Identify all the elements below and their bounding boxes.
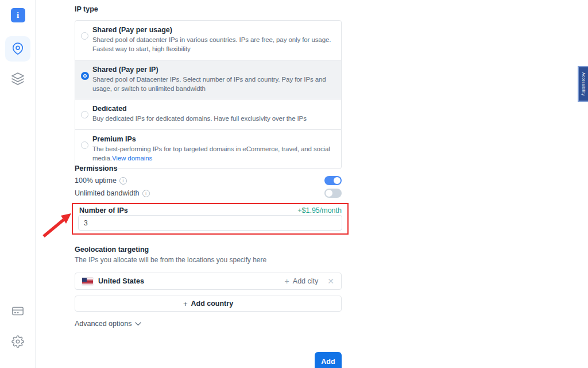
- accessibility-tab[interactable]: Accessibility: [578, 66, 588, 102]
- ip-type-option-shared-pay-per-ip[interactable]: Shared (Pay per IP) Shared pool of Datac…: [75, 60, 342, 100]
- add-city-label: Add city: [293, 277, 318, 285]
- advanced-options-toggle[interactable]: Advanced options: [75, 320, 141, 328]
- add-country-label: Add country: [191, 300, 233, 308]
- number-of-ips-label: Number of IPs: [79, 206, 128, 214]
- number-of-ips-header: Number of IPs +$1.95/month: [73, 204, 347, 214]
- geolocation-description: The IPs you allocate will be from the lo…: [75, 256, 342, 264]
- toggle-knob: [334, 177, 341, 184]
- radio-button[interactable]: [81, 32, 88, 40]
- accessibility-tab-label: Accessibility: [582, 72, 586, 96]
- credit-card-icon: [11, 305, 24, 317]
- option-description: Shared pool of Datacenter IPs. Select nu…: [92, 75, 333, 94]
- plus-icon: +: [285, 277, 289, 286]
- option-description: The best-performing IPs for top targeted…: [92, 144, 333, 163]
- geolocation-section: Geolocation targeting The IPs you alloca…: [75, 246, 342, 312]
- view-domains-link[interactable]: View domains: [112, 155, 152, 162]
- ip-type-option-premium-ips[interactable]: Premium IPs The best-performing IPs for …: [75, 129, 342, 170]
- option-title: Dedicated: [92, 105, 333, 113]
- sidebar-item-billing[interactable]: [0, 305, 36, 317]
- location-pin-icon: [11, 43, 24, 55]
- active-item-background: [5, 36, 30, 62]
- bandwidth-label: Unlimited bandwidth: [75, 189, 140, 197]
- radio-button[interactable]: [81, 111, 88, 118]
- advanced-options-label: Advanced options: [75, 320, 131, 328]
- info-icon: [11, 8, 25, 22]
- country-name: United States: [98, 277, 144, 285]
- info-tooltip-icon[interactable]: [119, 177, 127, 185]
- sidebar: [0, 0, 36, 368]
- layers-icon: [11, 72, 25, 86]
- ip-type-option-dedicated[interactable]: Dedicated Buy dedicated IPs for dedicate…: [75, 99, 342, 129]
- uptime-toggle[interactable]: [324, 176, 342, 185]
- page: IP type Shared (Pay per usage) Shared po…: [0, 0, 588, 368]
- option-title: Shared (Pay per usage): [92, 26, 333, 34]
- bandwidth-row: Unlimited bandwidth: [75, 189, 342, 198]
- radio-button-selected[interactable]: [81, 72, 89, 80]
- sidebar-item-settings[interactable]: [0, 335, 36, 348]
- option-title: Shared (Pay per IP): [92, 66, 333, 74]
- geolocation-label: Geolocation targeting: [75, 246, 342, 254]
- us-flag-icon: [82, 278, 93, 285]
- ip-type-label: IP type: [75, 5, 98, 13]
- add-country-button[interactable]: + Add country: [75, 296, 342, 312]
- sidebar-item-zones[interactable]: [0, 72, 36, 86]
- permissions-label: Permissions: [75, 164, 342, 172]
- option-title: Premium IPs: [92, 135, 333, 143]
- ip-type-options: Shared (Pay per usage) Shared pool of da…: [75, 20, 342, 169]
- info-tooltip-icon[interactable]: [142, 190, 150, 197]
- remove-country-icon[interactable]: ✕: [327, 277, 334, 286]
- option-description: Shared pool of datacenter IPs in various…: [92, 35, 333, 54]
- add-button[interactable]: Add: [315, 352, 342, 368]
- add-city-button[interactable]: + Add city: [285, 277, 319, 286]
- number-of-ips-input[interactable]: [78, 215, 342, 231]
- gear-icon: [11, 335, 24, 348]
- radio-button[interactable]: [81, 141, 88, 149]
- red-annotation-arrow: [38, 209, 76, 240]
- bandwidth-toggle[interactable]: [324, 189, 342, 198]
- toggle-knob: [326, 190, 332, 197]
- country-row: United States + Add city ✕: [75, 273, 342, 290]
- sidebar-item-locations[interactable]: [0, 36, 36, 62]
- uptime-row: 100% uptime: [75, 176, 342, 185]
- ip-type-option-shared-pay-per-usage[interactable]: Shared (Pay per usage) Shared pool of da…: [75, 20, 342, 60]
- permissions-section: Permissions 100% uptime Unlimited bandwi…: [75, 164, 342, 198]
- uptime-label: 100% uptime: [75, 177, 117, 185]
- plus-icon: +: [183, 300, 188, 308]
- chevron-down-icon: [135, 322, 141, 326]
- option-description: Buy dedicated IPs for dedicated domains.…: [92, 114, 333, 123]
- price-per-month: +$1.95/month: [297, 206, 342, 214]
- sidebar-item-info[interactable]: [0, 8, 36, 22]
- number-of-ips-highlighted-block: Number of IPs +$1.95/month: [72, 203, 349, 235]
